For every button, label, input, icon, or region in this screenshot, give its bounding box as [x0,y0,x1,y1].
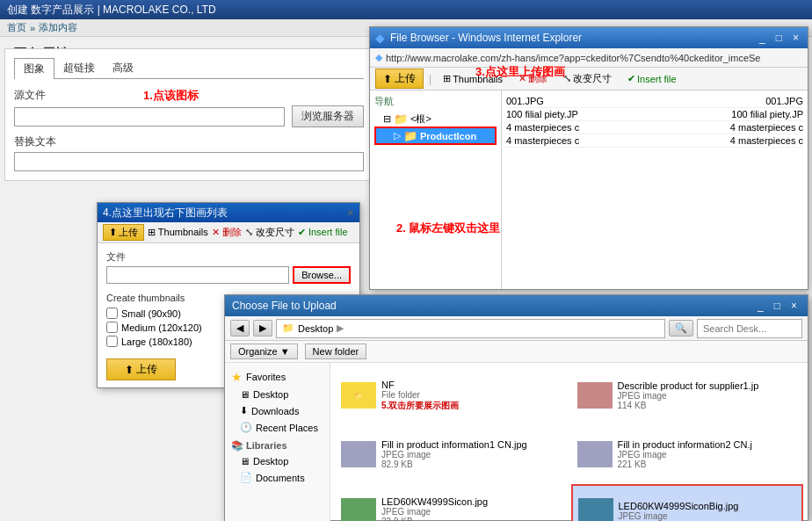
annotation-1: 1.点该图标 [143,88,199,104]
tab-advanced[interactable]: 高级 [104,58,142,78]
fc-path-bar: 📁 Desktop ▶ [276,319,665,338]
ie-minimize[interactable]: _ [756,32,769,44]
file-label: 文件 [106,250,351,264]
file-chooser-dialog: Choose File to Upload _ □ × ◀ ▶ 📁 Deskto… [224,294,808,521]
dialog-final-upload-btn[interactable]: ⬆ 上传 [106,358,176,380]
dialog-upload-icon: ⬆ [109,227,117,238]
fill2-name: Fill in product information2 CN.j [618,439,752,450]
nf-extra: 5.双击所要展示图画 [381,400,459,412]
ie-resize-button[interactable]: ⤡ 改变尺寸 [557,69,618,88]
final-upload-icon: ⬆ [125,364,134,376]
file-row-3[interactable]: 4 masterpieces c 4 masterpieces c [506,121,803,134]
led-small-name: LED60KW4999Sicon.jpg [381,496,488,507]
fc-sidebar-documents[interactable]: 📄 Documents [229,469,325,486]
fc-folder-icon: 📁 [282,322,294,334]
tree-root[interactable]: ⊟ 📁 <根> [374,112,497,127]
ie-maximize[interactable]: □ [772,32,786,44]
led-big-thumb [578,498,613,522]
desc-name: Describle product for supplier1.jp [618,380,759,391]
documents-icon: 📄 [240,472,252,483]
desc-thumb [577,382,613,409]
desc-size: 114 KB [618,401,759,410]
ie-delete-button[interactable]: ✕ 删除 [512,69,554,88]
fc-sidebar-desktop[interactable]: 🖥 Desktop [229,387,325,402]
cms-title: 创建 数字产品展示 | MACROLAKE CO., LTD [7,3,216,18]
fc-titlebar: Choose File to Upload _ □ × [225,295,808,316]
fc-organize-button[interactable]: Organize ▼ [230,344,298,359]
nf-type: File folder [381,390,459,400]
tab-image[interactable]: 图象 [14,58,54,79]
delete-icon: ✕ [518,73,526,84]
fill1-name: Fill in product information1 CN.jpg [381,439,527,450]
ie-address-bar: ◆ http://www.macrolake.com/zh-hans/imce?… [370,48,808,68]
file-row-1[interactable]: 001.JPG 001.JPG [506,95,803,108]
file-row-2[interactable]: 100 filial piety.JP 100 filial piety.JP [506,108,803,121]
insert-icon: ✔ [627,73,635,84]
upload-dialog-toolbar: ⬆ 上传 ⊞ Thumbnails ✕ 删除 ⤡ 改变尺寸 ✔ Insert f… [98,222,359,243]
product-folder-icon: 📁 [403,129,417,142]
browse-button[interactable]: Browse... [293,266,351,284]
fc-close[interactable]: × [787,300,801,312]
fc-maximize[interactable]: □ [771,300,784,312]
fc-file-led-big[interactable]: LED60KW4999SiconBig.jpg JPEG image [571,484,804,521]
recent-icon: 🕐 [240,422,252,433]
dialog-thumbnails-btn[interactable]: ⊞ Thumbnails [148,227,208,238]
source-input[interactable] [14,107,285,127]
fc-file-desc[interactable]: Describle product for supplier1.jp JPEG … [571,367,804,423]
led-small-size: 22.9 KB [381,517,488,522]
fc-favorites-header: ★ Favorites [229,367,325,387]
fc-search-input[interactable] [697,319,802,338]
fc-file-nf[interactable]: 📁 NF File folder 5.双击所要展示图画 [335,367,568,423]
fill2-type: JPEG image [618,450,752,459]
dialog-insert-btn[interactable]: ✔ Insert file [298,227,348,238]
fc-org-bar: Organize ▼ New folder [225,341,808,363]
ie-main-area: 导航 ⊟ 📁 <根> ▷ 📁 ProductIcon 001.JPG 001.J… [370,90,808,289]
medium-thumb-checkbox[interactable] [106,322,118,333]
upload-icon: ⬆ [383,73,392,85]
tree-product-icon[interactable]: ▷ 📁 ProductIcon [374,127,497,145]
file-input[interactable] [106,266,289,284]
small-thumb-checkbox[interactable] [106,308,118,319]
upload-dialog-close[interactable]: × [347,206,354,220]
collapse-icon: ⊟ [383,113,391,125]
root-folder-icon: 📁 [394,112,408,126]
ie-thumbnails-button[interactable]: ⊞ Thumbnails [437,70,509,87]
fc-sidebar-downloads[interactable]: ⬇ Downloads [229,402,325,419]
dialog-upload-btn[interactable]: ⬆ 上传 [103,224,144,241]
nf-folder-icon: 📁 [341,382,376,409]
led-small-type: JPEG image [381,507,488,517]
fc-sidebar-recent[interactable]: 🕐 Recent Places [229,419,325,436]
dialog-resize-btn[interactable]: ⤡ 改变尺寸 [245,226,294,239]
ie-browser-window: ◆ File Browser - Windows Internet Explor… [369,26,808,290]
nav-home[interactable]: 首页 [7,21,26,34]
fc-new-folder-button[interactable]: New folder [305,344,367,359]
fc-file-fill2[interactable]: Fill in product information2 CN.j JPEG i… [571,427,804,481]
ie-url: http://www.macrolake.com/zh-hans/imce?ap… [386,53,760,63]
ie-upload-button[interactable]: ⬆ 上传 [375,69,424,89]
alt-input[interactable] [14,152,364,171]
led-big-name: LED60KW4999SiconBig.jpg [619,501,739,511]
fill2-thumb [577,441,613,467]
fc-file-led-small[interactable]: LED60KW4999Sicon.jpg JPEG image 22.9 KB [335,484,568,521]
ie-close[interactable]: × [789,32,802,44]
file-row-4[interactable]: 4 masterpieces c 4 masterpieces c [506,134,803,148]
ie-insert-button[interactable]: ✔ Insert file [621,70,683,87]
fc-search-button[interactable]: 🔍 [669,320,693,336]
desktop-icon: 🖥 [240,389,250,400]
image-props-panel: 图象 超链接 高级 源文件 浏览服务器 替换文本 [4,48,373,181]
ie-main-toolbar: ⬆ 上传 | ⊞ Thumbnails ✕ 删除 ⤡ 改变尺寸 ✔ Insert… [370,68,808,90]
large-thumb-checkbox[interactable] [106,336,118,347]
tab-hyperlink[interactable]: 超链接 [54,58,104,78]
thumbnails-icon: ⊞ [443,73,451,84]
fc-back-button[interactable]: ◀ [230,320,250,336]
browse-server-button[interactable]: 浏览服务器 [292,105,364,127]
dialog-delete-btn[interactable]: ✕ 删除 [212,226,242,239]
fc-sidebar-desktop2[interactable]: 🖥 Desktop [229,453,325,469]
led-big-type: JPEG image [619,511,739,521]
fc-title: Choose File to Upload [232,300,337,312]
fc-minimize[interactable]: _ [754,300,767,312]
fc-file-fill1[interactable]: Fill in product information1 CN.jpg JPEG… [335,427,568,481]
nav-add[interactable]: 添加内容 [39,21,77,34]
fc-forward-button[interactable]: ▶ [253,320,272,336]
fc-sidebar: ★ Favorites 🖥 Desktop ⬇ Downloads 🕐 Rece… [225,363,330,521]
